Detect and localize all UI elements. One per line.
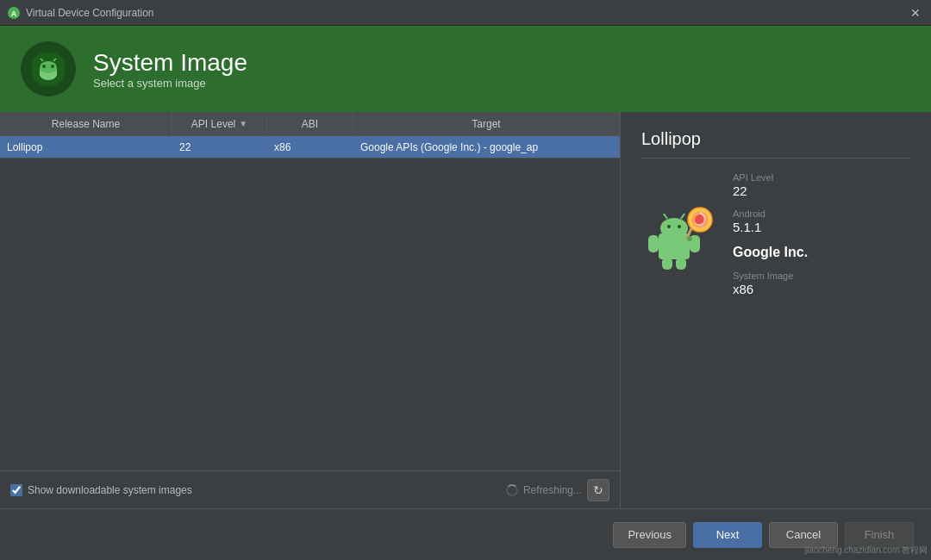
next-button[interactable]: Next (693, 522, 762, 548)
svg-point-5 (40, 61, 57, 73)
system-image-label: System Image (733, 271, 910, 281)
svg-rect-16 (648, 235, 659, 252)
svg-rect-18 (662, 258, 672, 270)
svg-point-24 (687, 236, 692, 241)
lollipop-android-image (641, 201, 719, 278)
finish-button[interactable]: Finish (845, 522, 914, 548)
close-button[interactable]: ✕ (907, 4, 924, 22)
svg-point-7 (51, 65, 54, 68)
table-footer: Show downloadable system images Refreshi… (0, 470, 620, 508)
app-icon: A (7, 6, 21, 20)
svg-point-13 (678, 225, 681, 228)
refresh-icon: ↻ (593, 483, 603, 497)
android-studio-logo (29, 50, 67, 88)
main-content: Release Name API Level ▼ ABI Target Loll… (0, 112, 931, 508)
android-value: 5.1.1 (733, 220, 910, 234)
table-panel: Release Name API Level ▼ ABI Target Loll… (0, 112, 621, 508)
svg-line-14 (664, 214, 667, 219)
col-header-abi: ABI (267, 112, 353, 135)
detail-title: Lollipop (641, 129, 910, 159)
window-title: Virtual Device Configuration (26, 7, 154, 19)
header-text: System Image Select a system image (93, 48, 247, 90)
api-level-label: API Level (733, 172, 910, 183)
cell-api: 22 (172, 141, 267, 153)
show-downloadable-checkbox[interactable] (10, 484, 22, 496)
titlebar-left: A Virtual Device Configuration (7, 6, 154, 20)
refresh-button[interactable]: ↻ (587, 479, 609, 501)
svg-point-11 (660, 218, 688, 239)
svg-point-6 (42, 65, 46, 68)
col-header-release: Release Name (0, 112, 172, 135)
header-banner: System Image Select a system image (0, 26, 931, 112)
cell-abi: x86 (267, 141, 353, 153)
table-header: Release Name API Level ▼ ABI Target (0, 112, 620, 136)
refreshing-text: Refreshing... (523, 484, 582, 496)
col-header-api[interactable]: API Level ▼ (172, 112, 267, 135)
system-image-value: x86 (733, 282, 910, 296)
table-body: Lollipop 22 x86 Google APIs (Google Inc.… (0, 136, 620, 470)
svg-point-12 (667, 225, 671, 228)
refresh-spinner-icon (506, 484, 518, 496)
header-logo (21, 41, 76, 96)
header-subtitle: Select a system image (93, 77, 247, 90)
svg-line-15 (681, 214, 684, 219)
svg-text:A: A (11, 9, 17, 18)
bottom-bar: Previous Next Cancel Finish (0, 508, 931, 560)
cell-target: Google APIs (Google Inc.) - google_ap (353, 141, 620, 153)
detail-info: API Level 22 Android 5.1.1 Google Inc. S… (733, 172, 910, 307)
detail-panel: Lollipop (621, 112, 931, 508)
col-header-target: Target (353, 112, 620, 135)
cancel-button[interactable]: Cancel (769, 522, 838, 548)
detail-image-area: API Level 22 Android 5.1.1 Google Inc. S… (641, 172, 910, 307)
titlebar: A Virtual Device Configuration ✕ (0, 0, 931, 26)
api-level-value: 22 (733, 184, 910, 198)
header-title: System Image (93, 48, 247, 78)
cell-release: Lollipop (0, 141, 172, 153)
sort-arrow-icon: ▼ (239, 119, 247, 128)
table-row[interactable]: Lollipop 22 x86 Google APIs (Google Inc.… (0, 136, 620, 159)
svg-rect-19 (676, 258, 686, 270)
android-label: Android (733, 208, 910, 219)
show-downloadable-text: Show downloadable system images (28, 484, 192, 496)
previous-button[interactable]: Previous (613, 522, 686, 548)
vendor-value: Google Inc. (733, 245, 910, 260)
refresh-status: Refreshing... ↻ (506, 479, 609, 501)
show-downloadable-label[interactable]: Show downloadable system images (10, 484, 192, 496)
